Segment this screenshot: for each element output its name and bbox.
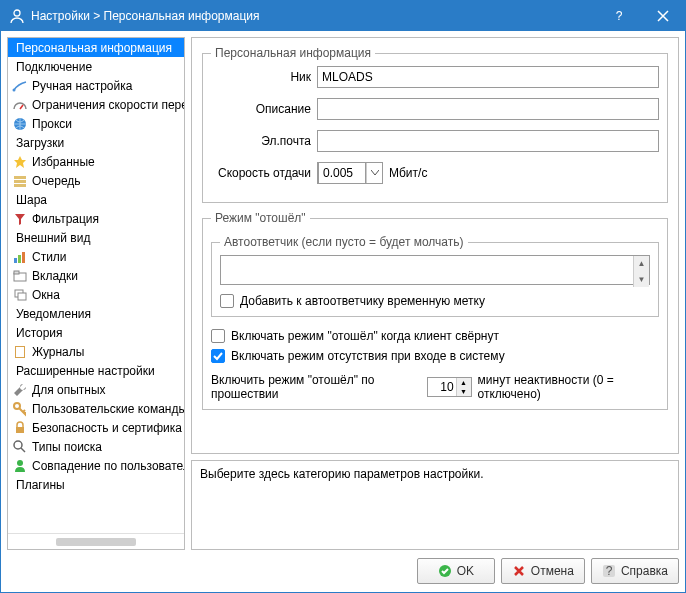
svg-rect-18 xyxy=(16,427,24,433)
cancel-button[interactable]: Отмена xyxy=(501,558,585,584)
sidebar-item-14[interactable]: Уведомления xyxy=(8,304,184,323)
sidebar-item-label: Журналы xyxy=(32,345,84,359)
window-title: Настройки > Персональная информация xyxy=(31,9,597,23)
svg-rect-5 xyxy=(14,176,26,179)
idle-suffix-label: минут неактивности (0 = отключено) xyxy=(478,373,659,401)
sidebar-item-label: Внешний вид xyxy=(16,231,90,245)
sidebar-item-3[interactable]: Ограничения скорости пере xyxy=(8,95,184,114)
wrench-icon xyxy=(12,382,28,398)
sidebar-item-label: Ограничения скорости пере xyxy=(32,98,184,112)
scroll-down-icon[interactable]: ▼ xyxy=(633,272,649,288)
filter-icon xyxy=(12,211,28,227)
sidebar-item-0[interactable]: Персональная информация xyxy=(8,38,184,57)
ok-button[interactable]: OK xyxy=(417,558,495,584)
sidebar-item-label: Плагины xyxy=(16,478,65,492)
spinner-down-icon[interactable]: ▼ xyxy=(457,387,471,396)
nick-input[interactable] xyxy=(317,66,659,88)
sidebar-item-6[interactable]: Избранные xyxy=(8,152,184,171)
description-input[interactable] xyxy=(317,98,659,120)
spinner-up-icon[interactable]: ▲ xyxy=(457,378,471,387)
queue-icon xyxy=(12,173,28,189)
sidebar-item-11[interactable]: Стили xyxy=(8,247,184,266)
svg-rect-14 xyxy=(18,293,26,300)
sidebar-item-label: Избранные xyxy=(32,155,95,169)
sidebar-item-17[interactable]: Расширенные настройки xyxy=(8,361,184,380)
away-mode-group: Режим "отошёл" Автоответчик (если пусто … xyxy=(202,211,668,410)
chevron-down-icon[interactable] xyxy=(366,163,382,183)
sidebar-item-label: Для опытных xyxy=(32,383,106,397)
close-button[interactable] xyxy=(641,1,685,31)
user-icon xyxy=(12,458,28,474)
sidebar-item-15[interactable]: История xyxy=(8,323,184,342)
svg-rect-16 xyxy=(16,347,24,357)
svg-point-19 xyxy=(14,441,22,449)
away-on-login-checkbox[interactable] xyxy=(211,349,225,363)
sidebar-item-16[interactable]: Журналы xyxy=(8,342,184,361)
sidebar-item-21[interactable]: Типы поиска xyxy=(8,437,184,456)
upload-speed-label: Скорость отдачи xyxy=(211,166,311,180)
personal-info-group: Персональная информация Ник Описание Эл.… xyxy=(202,46,668,203)
add-timestamp-checkbox[interactable] xyxy=(220,294,234,308)
sidebar-item-12[interactable]: Вкладки xyxy=(8,266,184,285)
sidebar-item-label: Прокси xyxy=(32,117,72,131)
titlebar: Настройки > Персональная информация ? xyxy=(1,1,685,31)
sidebar-item-label: Расширенные настройки xyxy=(16,364,155,378)
idle-minutes-input[interactable] xyxy=(428,378,456,396)
svg-text:?: ? xyxy=(606,564,613,578)
away-on-minimize-checkbox[interactable] xyxy=(211,329,225,343)
book-icon xyxy=(12,344,28,360)
idle-prefix-label: Включить режим "отошёл" по прошествии xyxy=(211,373,421,401)
nick-label: Ник xyxy=(211,70,311,84)
svg-line-20 xyxy=(21,448,25,452)
help-footer-button[interactable]: ? Справка xyxy=(591,558,679,584)
globe-icon xyxy=(12,116,28,132)
sidebar-item-label: Окна xyxy=(32,288,60,302)
sidebar-item-18[interactable]: Для опытных xyxy=(8,380,184,399)
upload-speed-value[interactable] xyxy=(318,162,366,184)
search-icon xyxy=(12,439,28,455)
sidebar-item-label: Типы поиска xyxy=(32,440,102,454)
sidebar-item-label: Загрузки xyxy=(16,136,64,150)
sidebar-item-label: Персональная информация xyxy=(16,41,172,55)
sidebar-item-1[interactable]: Подключение xyxy=(8,57,184,76)
help-button[interactable]: ? xyxy=(597,1,641,31)
svg-text:?: ? xyxy=(616,9,623,23)
sidebar-item-7[interactable]: Очередь xyxy=(8,171,184,190)
sidebar-item-8[interactable]: Шара xyxy=(8,190,184,209)
sidebar-item-9[interactable]: Фильтрация xyxy=(8,209,184,228)
autoresponder-legend: Автоответчик (если пусто = будет молчать… xyxy=(220,235,468,249)
autoresponder-group: Автоответчик (если пусто = будет молчать… xyxy=(211,235,659,317)
chart-icon xyxy=(12,249,28,265)
sidebar-item-2[interactable]: Ручная настройка xyxy=(8,76,184,95)
add-timestamp-label: Добавить к автоответчику временную метку xyxy=(240,294,485,308)
away-mode-legend: Режим "отошёл" xyxy=(211,211,310,225)
star-icon xyxy=(12,154,28,170)
svg-point-21 xyxy=(17,460,23,466)
svg-rect-12 xyxy=(14,271,19,274)
cancel-button-label: Отмена xyxy=(531,564,574,578)
textarea-scrollbar[interactable]: ▲ ▼ xyxy=(633,256,649,287)
email-label: Эл.почта xyxy=(211,134,311,148)
sidebar-item-label: Стили xyxy=(32,250,67,264)
email-input[interactable] xyxy=(317,130,659,152)
sidebar-item-4[interactable]: Прокси xyxy=(8,114,184,133)
upload-speed-combo[interactable] xyxy=(317,162,383,184)
sidebar-item-5[interactable]: Загрузки xyxy=(8,133,184,152)
sidebar-item-label: Совпадение по пользовател xyxy=(32,459,184,473)
hint-text: Выберите здесь категорию параметров наст… xyxy=(200,467,483,481)
scroll-up-icon[interactable]: ▲ xyxy=(633,256,649,272)
description-label: Описание xyxy=(211,102,311,116)
idle-minutes-spinner[interactable]: ▲ ▼ xyxy=(427,377,472,397)
sidebar-item-13[interactable]: Окна xyxy=(8,285,184,304)
svg-rect-9 xyxy=(18,255,21,263)
sidebar-item-20[interactable]: Безопасность и сертифика xyxy=(8,418,184,437)
ok-button-label: OK xyxy=(457,564,474,578)
key-icon xyxy=(12,401,28,417)
sidebar-item-10[interactable]: Внешний вид xyxy=(8,228,184,247)
check-icon xyxy=(438,564,452,578)
sidebar-item-19[interactable]: Пользовательские команды xyxy=(8,399,184,418)
sidebar-item-23[interactable]: Плагины xyxy=(8,475,184,494)
autoresponder-input[interactable] xyxy=(220,255,650,285)
sidebar-item-22[interactable]: Совпадение по пользовател xyxy=(8,456,184,475)
sidebar-horizontal-scrollbar[interactable] xyxy=(8,533,184,549)
